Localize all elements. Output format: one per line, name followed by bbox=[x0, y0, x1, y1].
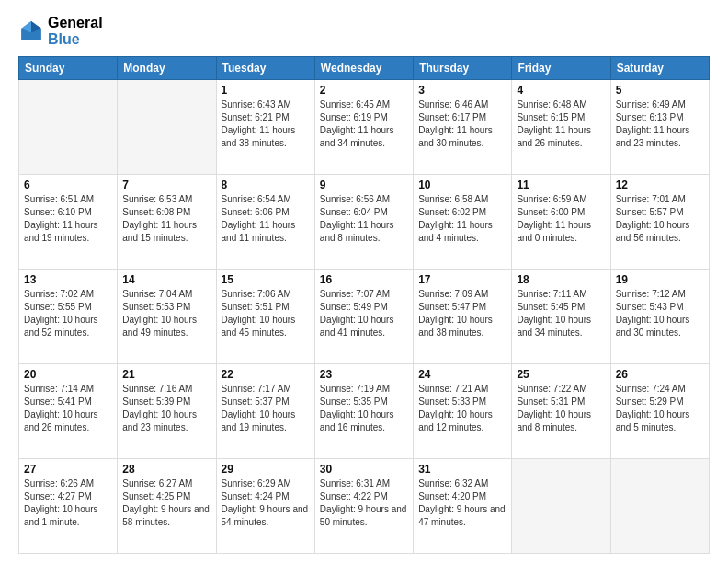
day-cell: 7Sunrise: 6:53 AM Sunset: 6:08 PM Daylig… bbox=[118, 175, 216, 270]
day-number: 21 bbox=[122, 368, 210, 381]
day-cell bbox=[19, 80, 118, 175]
day-info: Sunrise: 7:07 AM Sunset: 5:49 PM Dayligh… bbox=[320, 288, 408, 339]
day-number: 1 bbox=[222, 84, 310, 97]
logo-icon bbox=[18, 18, 44, 44]
day-number: 29 bbox=[222, 463, 310, 476]
day-number: 3 bbox=[418, 84, 506, 97]
weekday-saturday: Saturday bbox=[610, 57, 709, 80]
weekday-thursday: Thursday bbox=[414, 57, 512, 80]
day-number: 24 bbox=[418, 368, 506, 381]
header: General Blue bbox=[18, 15, 710, 47]
day-info: Sunrise: 7:22 AM Sunset: 5:31 PM Dayligh… bbox=[517, 383, 605, 434]
day-number: 8 bbox=[222, 178, 310, 191]
day-cell: 13Sunrise: 7:02 AM Sunset: 5:55 PM Dayli… bbox=[19, 270, 118, 364]
day-info: Sunrise: 7:02 AM Sunset: 5:55 PM Dayligh… bbox=[24, 288, 112, 339]
weekday-wednesday: Wednesday bbox=[314, 57, 413, 80]
day-number: 5 bbox=[616, 84, 704, 97]
day-info: Sunrise: 7:09 AM Sunset: 5:47 PM Dayligh… bbox=[418, 288, 506, 339]
weekday-monday: Monday bbox=[118, 57, 216, 80]
day-number: 7 bbox=[122, 178, 210, 191]
day-cell: 24Sunrise: 7:21 AM Sunset: 5:33 PM Dayli… bbox=[414, 364, 512, 459]
day-cell: 16Sunrise: 7:07 AM Sunset: 5:49 PM Dayli… bbox=[314, 270, 413, 364]
day-number: 27 bbox=[24, 463, 112, 476]
day-number: 25 bbox=[517, 368, 605, 381]
day-number: 22 bbox=[222, 368, 310, 381]
day-number: 12 bbox=[616, 178, 704, 191]
day-info: Sunrise: 7:04 AM Sunset: 5:53 PM Dayligh… bbox=[122, 288, 210, 339]
day-number: 10 bbox=[418, 178, 506, 191]
day-number: 2 bbox=[320, 84, 408, 97]
day-cell: 1Sunrise: 6:43 AM Sunset: 6:21 PM Daylig… bbox=[216, 80, 314, 175]
weekday-header: SundayMondayTuesdayWednesdayThursdayFrid… bbox=[19, 57, 710, 80]
day-info: Sunrise: 7:14 AM Sunset: 5:41 PM Dayligh… bbox=[24, 383, 112, 434]
day-info: Sunrise: 6:51 AM Sunset: 6:10 PM Dayligh… bbox=[24, 193, 112, 245]
calendar-body: 1Sunrise: 6:43 AM Sunset: 6:21 PM Daylig… bbox=[19, 80, 710, 554]
day-cell bbox=[610, 459, 709, 554]
week-row-4: 20Sunrise: 7:14 AM Sunset: 5:41 PM Dayli… bbox=[19, 364, 710, 459]
day-cell: 12Sunrise: 7:01 AM Sunset: 5:57 PM Dayli… bbox=[610, 175, 709, 270]
day-cell bbox=[118, 80, 216, 175]
day-info: Sunrise: 6:45 AM Sunset: 6:19 PM Dayligh… bbox=[320, 98, 408, 150]
day-cell: 20Sunrise: 7:14 AM Sunset: 5:41 PM Dayli… bbox=[19, 364, 118, 459]
logo: General Blue bbox=[18, 15, 103, 47]
calendar: SundayMondayTuesdayWednesdayThursdayFrid… bbox=[18, 56, 710, 554]
day-info: Sunrise: 6:31 AM Sunset: 4:22 PM Dayligh… bbox=[320, 477, 408, 529]
logo-text: General Blue bbox=[48, 15, 103, 47]
day-cell: 21Sunrise: 7:16 AM Sunset: 5:39 PM Dayli… bbox=[118, 364, 216, 459]
day-number: 20 bbox=[24, 368, 112, 381]
day-info: Sunrise: 6:53 AM Sunset: 6:08 PM Dayligh… bbox=[122, 193, 210, 245]
day-number: 9 bbox=[320, 178, 408, 191]
day-cell: 26Sunrise: 7:24 AM Sunset: 5:29 PM Dayli… bbox=[610, 364, 709, 459]
day-number: 31 bbox=[418, 463, 506, 476]
day-info: Sunrise: 6:58 AM Sunset: 6:02 PM Dayligh… bbox=[418, 193, 506, 245]
day-cell: 4Sunrise: 6:48 AM Sunset: 6:15 PM Daylig… bbox=[512, 80, 610, 175]
weekday-sunday: Sunday bbox=[19, 57, 118, 80]
day-cell: 31Sunrise: 6:32 AM Sunset: 4:20 PM Dayli… bbox=[414, 459, 512, 554]
day-cell: 2Sunrise: 6:45 AM Sunset: 6:19 PM Daylig… bbox=[314, 80, 413, 175]
day-info: Sunrise: 6:29 AM Sunset: 4:24 PM Dayligh… bbox=[222, 477, 310, 529]
day-cell: 10Sunrise: 6:58 AM Sunset: 6:02 PM Dayli… bbox=[414, 175, 512, 270]
day-number: 23 bbox=[320, 368, 408, 381]
day-cell: 28Sunrise: 6:27 AM Sunset: 4:25 PM Dayli… bbox=[118, 459, 216, 554]
day-info: Sunrise: 7:01 AM Sunset: 5:57 PM Dayligh… bbox=[616, 193, 704, 245]
day-cell: 29Sunrise: 6:29 AM Sunset: 4:24 PM Dayli… bbox=[216, 459, 314, 554]
day-info: Sunrise: 6:26 AM Sunset: 4:27 PM Dayligh… bbox=[24, 477, 112, 529]
week-row-3: 13Sunrise: 7:02 AM Sunset: 5:55 PM Dayli… bbox=[19, 270, 710, 364]
day-info: Sunrise: 6:27 AM Sunset: 4:25 PM Dayligh… bbox=[122, 477, 210, 529]
week-row-1: 1Sunrise: 6:43 AM Sunset: 6:21 PM Daylig… bbox=[19, 80, 710, 175]
day-info: Sunrise: 7:11 AM Sunset: 5:45 PM Dayligh… bbox=[517, 288, 605, 339]
day-number: 16 bbox=[320, 273, 408, 286]
day-cell: 22Sunrise: 7:17 AM Sunset: 5:37 PM Dayli… bbox=[216, 364, 314, 459]
day-cell: 14Sunrise: 7:04 AM Sunset: 5:53 PM Dayli… bbox=[118, 270, 216, 364]
week-row-2: 6Sunrise: 6:51 AM Sunset: 6:10 PM Daylig… bbox=[19, 175, 710, 270]
day-cell: 19Sunrise: 7:12 AM Sunset: 5:43 PM Dayli… bbox=[610, 270, 709, 364]
day-cell: 9Sunrise: 6:56 AM Sunset: 6:04 PM Daylig… bbox=[314, 175, 413, 270]
day-number: 6 bbox=[24, 178, 112, 191]
day-number: 17 bbox=[418, 273, 506, 286]
day-info: Sunrise: 7:06 AM Sunset: 5:51 PM Dayligh… bbox=[222, 288, 310, 339]
day-info: Sunrise: 6:54 AM Sunset: 6:06 PM Dayligh… bbox=[222, 193, 310, 245]
day-number: 30 bbox=[320, 463, 408, 476]
day-cell: 6Sunrise: 6:51 AM Sunset: 6:10 PM Daylig… bbox=[19, 175, 118, 270]
day-info: Sunrise: 7:17 AM Sunset: 5:37 PM Dayligh… bbox=[222, 383, 310, 434]
day-info: Sunrise: 6:32 AM Sunset: 4:20 PM Dayligh… bbox=[418, 477, 506, 529]
day-cell: 18Sunrise: 7:11 AM Sunset: 5:45 PM Dayli… bbox=[512, 270, 610, 364]
day-number: 19 bbox=[616, 273, 704, 286]
week-row-5: 27Sunrise: 6:26 AM Sunset: 4:27 PM Dayli… bbox=[19, 459, 710, 554]
day-cell: 5Sunrise: 6:49 AM Sunset: 6:13 PM Daylig… bbox=[610, 80, 709, 175]
day-info: Sunrise: 7:19 AM Sunset: 5:35 PM Dayligh… bbox=[320, 383, 408, 434]
day-info: Sunrise: 7:24 AM Sunset: 5:29 PM Dayligh… bbox=[616, 383, 704, 434]
day-number: 11 bbox=[517, 178, 605, 191]
day-info: Sunrise: 6:59 AM Sunset: 6:00 PM Dayligh… bbox=[517, 193, 605, 245]
weekday-friday: Friday bbox=[512, 57, 610, 80]
day-number: 26 bbox=[616, 368, 704, 381]
day-cell: 15Sunrise: 7:06 AM Sunset: 5:51 PM Dayli… bbox=[216, 270, 314, 364]
day-info: Sunrise: 6:56 AM Sunset: 6:04 PM Dayligh… bbox=[320, 193, 408, 245]
day-number: 15 bbox=[222, 273, 310, 286]
day-number: 4 bbox=[517, 84, 605, 97]
day-cell: 23Sunrise: 7:19 AM Sunset: 5:35 PM Dayli… bbox=[314, 364, 413, 459]
weekday-tuesday: Tuesday bbox=[216, 57, 314, 80]
day-cell: 27Sunrise: 6:26 AM Sunset: 4:27 PM Dayli… bbox=[19, 459, 118, 554]
day-cell: 30Sunrise: 6:31 AM Sunset: 4:22 PM Dayli… bbox=[314, 459, 413, 554]
day-cell: 8Sunrise: 6:54 AM Sunset: 6:06 PM Daylig… bbox=[216, 175, 314, 270]
